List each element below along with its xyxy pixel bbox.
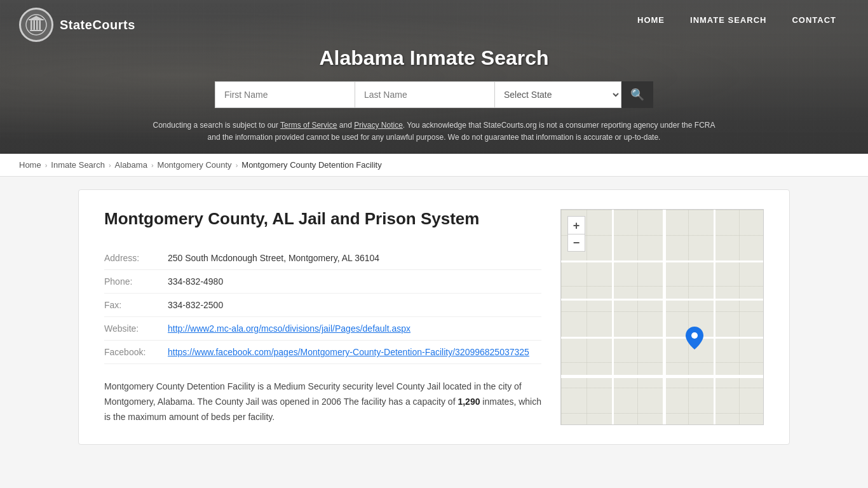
nav-home[interactable]: HOME [625, 11, 677, 29]
search-button[interactable]: 🔍 [621, 81, 653, 108]
map-road [612, 210, 614, 424]
site-header: StateCourts HOME INMATE SEARCH CONTACT A… [0, 0, 868, 154]
website-row: Website: http://www2.mc-ala.org/mcso/div… [104, 317, 541, 341]
svg-marker-7 [30, 16, 43, 19]
svg-rect-4 [34, 20, 36, 30]
svg-point-8 [691, 332, 698, 339]
header-content: Alabama Inmate Search Select State Alaba… [0, 40, 868, 154]
facility-title: Montgomery County, AL Jail and Prison Sy… [104, 209, 541, 229]
svg-rect-3 [31, 20, 32, 30]
facility-info-table: Address: 250 South Mcdonough Street, Mon… [104, 247, 541, 364]
map-road [561, 337, 763, 339]
last-name-input[interactable] [355, 81, 494, 108]
address-label: Address: [104, 247, 168, 270]
map-container: + − [560, 209, 764, 425]
logo-area: StateCourts [19, 8, 135, 42]
logo-icon [19, 8, 53, 42]
state-select[interactable]: Select State Alabama Alaska Arizona Arka… [494, 81, 621, 108]
svg-rect-6 [39, 20, 41, 30]
map-zoom-in[interactable]: + [567, 216, 585, 234]
breadcrumb-montgomery-county[interactable]: Montgomery County [158, 160, 232, 170]
fax-row: Fax: 334-832-2500 [104, 294, 541, 317]
breadcrumb: Home › Inmate Search › Alabama › Montgom… [0, 154, 868, 177]
phone-label: Phone: [104, 270, 168, 294]
map-controls: + − [567, 216, 585, 252]
map-road [714, 210, 715, 424]
map-road [561, 261, 763, 262]
phone-row: Phone: 334-832-4980 [104, 270, 541, 294]
facebook-value: https://www.facebook.com/pages/Montgomer… [168, 341, 541, 364]
main-content: Montgomery County, AL Jail and Prison Sy… [59, 177, 809, 470]
svg-rect-2 [29, 19, 44, 20]
breadcrumb-home[interactable]: Home [19, 160, 41, 170]
map-zoom-out[interactable]: − [567, 234, 585, 252]
phone-value: 334-832-4980 [168, 270, 541, 294]
nav-inmate-search[interactable]: INMATE SEARCH [677, 11, 779, 29]
breadcrumb-sep-3: › [151, 161, 154, 169]
map-road [561, 299, 763, 301]
map-road-major [561, 375, 763, 378]
website-value: http://www2.mc-ala.org/mcso/divisions/ja… [168, 317, 541, 341]
first-name-input[interactable] [215, 81, 355, 108]
facebook-link[interactable]: https://www.facebook.com/pages/Montgomer… [168, 347, 529, 357]
breadcrumb-inmate-search[interactable]: Inmate Search [51, 160, 105, 170]
svg-rect-1 [30, 30, 43, 31]
map-background [561, 210, 763, 424]
facebook-row: Facebook: https://www.facebook.com/pages… [104, 341, 541, 364]
address-value: 250 South Mcdonough Street, Montgomery, … [168, 247, 541, 270]
search-bar: Select State Alabama Alaska Arizona Arka… [13, 81, 855, 108]
website-link[interactable]: http://www2.mc-ala.org/mcso/divisions/ja… [168, 323, 410, 334]
privacy-link[interactable]: Privacy Notice [354, 121, 403, 130]
facility-description: Montgomery County Detention Facility is … [104, 379, 541, 424]
breadcrumb-sep-4: › [236, 161, 238, 169]
breadcrumb-current: Montgomery County Detention Facility [241, 160, 381, 170]
search-icon: 🔍 [630, 88, 644, 102]
info-section: Montgomery County, AL Jail and Prison Sy… [104, 209, 541, 425]
fax-label: Fax: [104, 294, 168, 317]
facebook-label: Facebook: [104, 341, 168, 364]
breadcrumb-alabama[interactable]: Alabama [115, 160, 147, 170]
content-card: Montgomery County, AL Jail and Prison Sy… [78, 189, 790, 445]
map-road-major [663, 210, 666, 424]
breadcrumb-sep-2: › [109, 161, 111, 169]
breadcrumb-sep-1: › [45, 161, 48, 169]
terms-link[interactable]: Terms of Service [280, 121, 337, 130]
map-pin [686, 327, 703, 355]
page-title: Alabama Inmate Search [13, 46, 855, 70]
logo-text: StateCourts [60, 18, 135, 32]
disclaimer-text: Conducting a search is subject to our Te… [148, 119, 720, 154]
nav-contact[interactable]: CONTACT [779, 11, 849, 29]
address-row: Address: 250 South Mcdonough Street, Mon… [104, 247, 541, 270]
website-label: Website: [104, 317, 168, 341]
fax-value: 334-832-2500 [168, 294, 541, 317]
map-section: + − [560, 209, 764, 425]
svg-rect-5 [36, 20, 38, 30]
facility-capacity: 1,290 [458, 396, 480, 407]
